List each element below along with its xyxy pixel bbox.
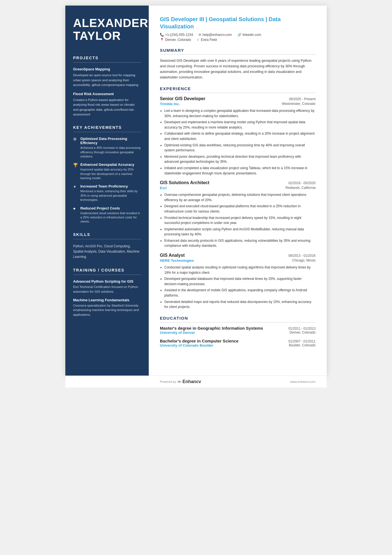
achievement-2-title: Enhanced Geospatial Accuracy <box>80 162 141 167</box>
education-title: EDUCATION <box>160 316 316 320</box>
job-2: GIS Solutions Architect 02/2016 - 05/202… <box>160 180 316 248</box>
edu-2-degree: Bachelor's degree in Computer Science <box>160 339 289 343</box>
contact-linkedin: 🔗 linkedin.com <box>237 33 261 37</box>
project-1-desc: Developed an open-source tool for mappin… <box>73 73 141 87</box>
job-2-bullet-3: Provided technical leadership that incre… <box>164 215 316 226</box>
sidebar: ALEXANDERTAYLOR PROJECTS GreenSpace Mapp… <box>65 6 149 376</box>
achievement-2: 🏆 Enhanced Geospatial Accuracy Improved … <box>73 162 141 180</box>
edu-1-location: Denver, Colorado <box>290 330 316 335</box>
summary-text: Seasoned GIS Developer with over 6 years… <box>160 58 316 80</box>
job-3-location: Chicago, Illinois <box>292 258 316 263</box>
job-2-bullet-5: Enhanced data security protocols in GIS … <box>164 238 316 248</box>
edu-2-location: Boulder, Colorado <box>289 343 316 347</box>
job-3-dates: 08/2013 - 01/2016 <box>289 254 316 258</box>
job-1-bullet-5: Mentored junior developers, providing te… <box>164 154 316 164</box>
projects-list: GreenSpace Mapping Developed an open-sou… <box>73 67 141 117</box>
job-2-location: Redlands, California <box>286 186 316 190</box>
project-2-title: Flood Risk Assessment <box>73 92 141 96</box>
achievement-4-desc: Implemented cloud solutions that resulte… <box>80 211 141 224</box>
job-2-bullets: Oversaw comprehensive geospatial project… <box>164 192 316 248</box>
edu-2-school: University of Colorado Boulder <box>160 343 213 347</box>
footer-website: www.enhancv.com <box>290 380 316 383</box>
achievements-list: ⚙ Optimized Data Processing Efficiency A… <box>73 137 141 224</box>
skills-content: Python, ArcGIS Pro, Cloud Computing, Spa… <box>73 244 141 260</box>
phone-icon: 📞 <box>160 33 164 37</box>
main-content: GIS Developer III | Geospatial Solutions… <box>149 6 327 376</box>
job-3-company: HERE Technologies <box>160 258 194 263</box>
email-icon: ✉ <box>199 33 201 37</box>
achievement-4-title: Reduced Project Costs <box>80 206 141 210</box>
achievement-1: ⚙ Optimized Data Processing Efficiency A… <box>73 137 141 159</box>
contact-location: 📍 Denver, Colorado <box>160 38 191 42</box>
edu-2-dates: 01/2007 - 01/2011 <box>289 339 316 343</box>
experience-title: EXPERIENCE <box>160 86 316 91</box>
job-1-title: Senior GIS Developer <box>160 96 205 101</box>
job-1: Senior GIS Developer 06/2020 - Present T… <box>160 96 316 176</box>
contact-phone: 📞 +1-(234)-555-1234 <box>160 33 193 37</box>
location-icon: 📍 <box>160 38 164 42</box>
job-3: GIS Analyst 08/2013 - 01/2016 HERE Techn… <box>160 253 316 310</box>
job-1-bullet-1: Led a team in designing a complex geospa… <box>164 108 316 119</box>
powered-by-label: Powered by <box>160 380 176 383</box>
job-3-bullets: Conducted spatial analysis resulting in … <box>164 265 316 310</box>
edu-1-school: University of Denver <box>160 330 195 335</box>
job-title: GIS Developer III | Geospatial Solutions… <box>160 16 316 30</box>
enhancv-logo-icon: ∞ <box>178 379 181 384</box>
job-3-bullet-4: Generated detailed maps and reports that… <box>164 299 316 310</box>
job-3-bullet-2: Developed geospatial databases that impr… <box>164 276 316 287</box>
achievement-3: ✴ Increased Team Proficiency Mentored a … <box>73 184 141 202</box>
achievement-3-icon: ✴ <box>73 184 78 189</box>
job-2-title: GIS Solutions Architect <box>160 180 209 185</box>
course-1-title: Advanced Python Scripting for GIS <box>73 279 141 283</box>
edu-1-dates: 01/2011 - 01/2013 <box>289 327 316 330</box>
job-1-bullets: Led a team in designing a complex geospa… <box>164 108 316 176</box>
job-1-bullet-2: Developed and implemented a machine lear… <box>164 120 316 130</box>
edu-2: Bachelor's degree in Computer Science 01… <box>160 339 316 347</box>
location-text: Denver, Colorado <box>165 38 191 42</box>
email-text: help@enhancv.com <box>202 33 232 37</box>
project-2: Flood Risk Assessment Created a Python-b… <box>73 92 141 117</box>
contact-info: 📞 +1-(234)-555-1234 ✉ help@enhancv.com 🔗… <box>160 33 316 37</box>
achievement-2-desc: Improved spatial data accuracy by 25% th… <box>80 167 141 180</box>
sidebar-achievements-title: KEY ACHIEVEMENTS <box>73 125 141 130</box>
extra-text: Extra Field <box>201 38 217 42</box>
candidate-name: ALEXANDERTAYLOR <box>73 17 141 42</box>
job-2-company: Esri <box>160 186 167 190</box>
job-1-company: Trimble Inc. <box>160 102 180 106</box>
achievement-3-desc: Mentored a team, enhancing their skills … <box>80 189 141 202</box>
achievement-1-desc: Achieved a 30% increase in data processi… <box>80 146 141 159</box>
linkedin-text: linkedin.com <box>243 33 261 37</box>
footer: Powered by ∞ Enhancv www.enhancv.com <box>65 376 327 388</box>
contact-extra: ☆ Extra Field <box>197 38 217 42</box>
sidebar-training-title: TRAINING / COURSES <box>73 268 141 272</box>
job-2-dates: 02/2016 - 05/2020 <box>289 181 316 185</box>
contact-email: ✉ help@enhancv.com <box>199 33 232 37</box>
project-1: GreenSpace Mapping Developed an open-sou… <box>73 67 141 87</box>
job-2-bullet-4: Implemented automation scripts using Pyt… <box>164 227 316 237</box>
project-2-desc: Created a Python-based application for a… <box>73 98 141 117</box>
achievement-1-icon: ⚙ <box>73 137 78 141</box>
course-1-desc: Esri Technical Certification focused on … <box>73 285 141 294</box>
sidebar-projects-title: PROJECTS <box>73 56 141 60</box>
project-1-title: GreenSpace Mapping <box>73 67 141 71</box>
edu-1: Master's degree in Geographic Informatio… <box>160 326 316 335</box>
course-2-title: Machine Learning Fundamentals <box>73 298 141 302</box>
job-3-title: GIS Analyst <box>160 253 185 258</box>
sidebar-skills-title: SKILLS <box>73 232 141 237</box>
achievement-2-icon: 🏆 <box>73 163 78 167</box>
job-1-location: Westminster, Colorado <box>282 102 316 106</box>
link-icon: 🔗 <box>237 33 242 37</box>
star-icon: ☆ <box>197 38 200 42</box>
achievement-4-icon: ♥ <box>73 206 78 211</box>
job-2-bullet-2: Designed and executed cloud-based geospa… <box>164 204 316 214</box>
summary-title: SUMMARY <box>160 48 316 53</box>
job-1-dates: 06/2020 - Present <box>289 97 316 101</box>
course-2: Machine Learning Fundamentals Coursera s… <box>73 298 141 317</box>
job-1-bullet-4: Optimized existing GIS data workflows, r… <box>164 143 316 153</box>
job-1-bullet-6: Initiated and completed a data visualiza… <box>164 166 316 176</box>
job-2-bullet-1: Oversaw comprehensive geospatial project… <box>164 192 316 203</box>
training-list: Advanced Python Scripting for GIS Esri T… <box>73 279 141 317</box>
achievement-4: ♥ Reduced Project Costs Implemented clou… <box>73 206 141 224</box>
contact-info-2: 📍 Denver, Colorado ☆ Extra Field <box>160 38 316 42</box>
achievement-1-title: Optimized Data Processing Efficiency <box>80 137 141 145</box>
